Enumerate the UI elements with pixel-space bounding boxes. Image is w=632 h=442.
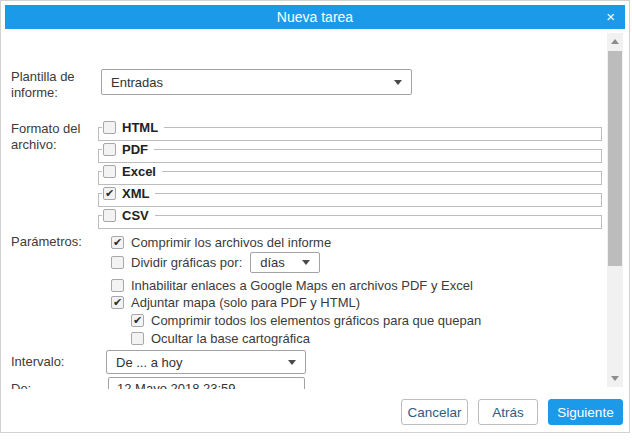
format-group-html: HTML xyxy=(98,127,602,141)
format-label-pdf: PDF xyxy=(122,142,148,157)
interval-select[interactable]: De ... a hoy xyxy=(106,350,306,374)
cancel-button[interactable]: Cancelar xyxy=(401,399,468,425)
param-row-compress-report: ✔ Comprimir los archivos del informe xyxy=(111,234,331,250)
param-row-attach-map: ✔ Adjuntar mapa (solo para PDF y HTML) xyxy=(111,294,360,310)
dropdown-arrow-icon xyxy=(288,360,296,365)
checkbox-html[interactable] xyxy=(103,121,116,134)
param-row-split-charts: Dividir gráficas por: días xyxy=(111,254,320,270)
interval-label: Intervalo: xyxy=(11,354,97,370)
param-row-fit-graphics: ✔ Comprimir todos los elementos gráficos… xyxy=(131,312,481,328)
checkbox-comprimir-informe[interactable]: ✔ xyxy=(111,236,124,249)
format-group-csv: CSV xyxy=(98,215,602,229)
close-icon[interactable]: × xyxy=(606,5,615,29)
checkbox-comprimir-elementos[interactable]: ✔ xyxy=(131,314,144,327)
dropdown-arrow-icon xyxy=(394,80,402,85)
dialog-window: Nueva tarea × Plantilla de informe: Entr… xyxy=(0,0,630,433)
param-label: Adjuntar mapa (solo para PDF y HTML) xyxy=(131,295,360,310)
date-from-input[interactable] xyxy=(108,377,305,389)
param-label: Ocultar la base cartográfica xyxy=(151,331,310,346)
checkbox-adjuntar-mapa[interactable]: ✔ xyxy=(111,296,124,309)
dialog-titlebar: Nueva tarea × xyxy=(5,5,625,29)
checkbox-google-maps[interactable] xyxy=(111,279,124,292)
vertical-scrollbar[interactable] xyxy=(607,33,623,387)
param-row-disable-gmaps: Inhabilitar enlaces a Google Maps en arc… xyxy=(111,277,473,293)
scrollbar-thumb[interactable] xyxy=(608,51,622,266)
param-label: Comprimir los archivos del informe xyxy=(131,235,331,250)
dialog-scroll-area: Plantilla de informe: Entradas Formato d… xyxy=(1,32,605,389)
param-label: Inhabilitar enlaces a Google Maps en arc… xyxy=(131,278,473,293)
interval-value: De ... a hoy xyxy=(116,355,182,370)
format-group-xml: ✔ XML xyxy=(98,193,602,207)
date-from-label: De: xyxy=(11,381,97,389)
format-label-xml: XML xyxy=(122,186,149,201)
format-group-pdf: PDF xyxy=(98,149,602,163)
scroll-down-icon xyxy=(611,376,619,381)
checkbox-excel[interactable] xyxy=(103,165,116,178)
checkbox-csv[interactable] xyxy=(103,209,116,222)
new-task-dialog-screen: Nueva tarea × Plantilla de informe: Entr… xyxy=(0,0,632,442)
parameters-label: Parámetros: xyxy=(11,234,97,250)
report-template-select[interactable]: Entradas xyxy=(101,69,412,95)
scroll-up-icon xyxy=(611,39,619,44)
back-button[interactable]: Atrás xyxy=(478,399,538,425)
report-template-value: Entradas xyxy=(111,75,163,90)
dropdown-arrow-icon xyxy=(302,260,310,265)
param-label: Dividir gráficas por: xyxy=(131,255,242,270)
param-row-hide-basemap: Ocultar la base cartográfica xyxy=(131,330,310,346)
checkbox-xml[interactable]: ✔ xyxy=(103,187,116,200)
split-unit-select[interactable]: días xyxy=(250,252,320,273)
format-label-excel: Excel xyxy=(122,164,156,179)
scroll-down-button[interactable] xyxy=(607,372,623,385)
report-template-label: Plantilla de informe: xyxy=(11,69,97,101)
scroll-up-button[interactable] xyxy=(607,35,623,48)
checkbox-pdf[interactable] xyxy=(103,143,116,156)
dialog-title: Nueva tarea xyxy=(277,9,353,25)
param-label: Comprimir todos los elementos gráficos p… xyxy=(151,313,481,328)
checkbox-ocultar-base[interactable] xyxy=(131,332,144,345)
file-format-label: Formato del archivo: xyxy=(11,121,97,153)
format-group-excel: Excel xyxy=(98,171,602,185)
checkbox-dividir-graficas[interactable] xyxy=(111,256,124,269)
format-label-csv: CSV xyxy=(122,208,149,223)
next-button[interactable]: Siguiente xyxy=(548,399,623,425)
split-unit-value: días xyxy=(260,255,285,270)
format-label-html: HTML xyxy=(122,120,158,135)
